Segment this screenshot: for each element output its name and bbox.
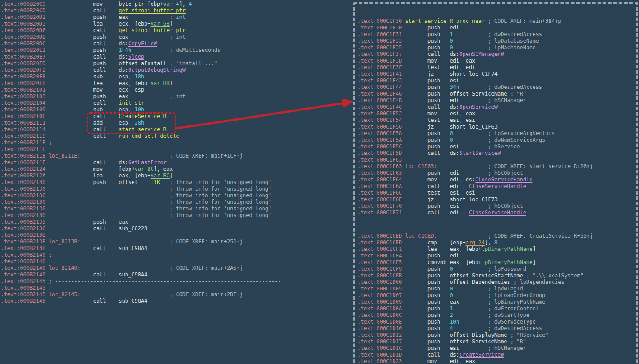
function-name[interactable]: init_str (119, 100, 144, 106)
import-name[interactable]: CloseServiceHandle (469, 183, 526, 189)
asm-line[interactable]: .text:000C1D09 push eax ; lpBinaryPathNa… (357, 299, 635, 305)
address[interactable]: .text:000B20E7 (1, 54, 45, 60)
code-text[interactable]: push offset ServiceStartName (402, 272, 526, 279)
address[interactable]: .text:000B20DC (1, 40, 45, 47)
comment[interactable]: ; ".\\LocalSystem" (526, 272, 583, 279)
code-text[interactable]: call (45, 27, 119, 33)
comment[interactable]: ; lpPassword (488, 266, 526, 272)
address[interactable]: .text:000C1F3F (357, 64, 402, 70)
label[interactable]: loc_B2145: (48, 291, 80, 298)
comment[interactable]: ; lpDatabaseName (488, 38, 539, 44)
code-text[interactable]: push offset (45, 179, 141, 185)
asm-line[interactable]: .text:000B2145 ; -----------------------… (1, 278, 281, 285)
asm-line[interactable]: .text:000B20C9 mov byte ptr [ebp+var_4],… (1, 1, 281, 7)
asm-line[interactable]: .text:000B20F2 call ds:OutputDebugString… (1, 67, 281, 74)
address[interactable]: .text:000C1F63 (357, 157, 402, 163)
asm-line[interactable]: .text:000C1F5D call ds:StartServiceW (357, 150, 635, 157)
code-text[interactable] (453, 312, 488, 318)
function-name[interactable]: get_strobj_buffer_ptr (119, 7, 186, 14)
local-variable[interactable]: var_BC (134, 166, 153, 172)
asm-line[interactable]: .text:000B2145 call sub_C98A4 (1, 298, 281, 305)
code-text[interactable]: call sub_C98A4 (45, 298, 147, 304)
code-text[interactable]: call (45, 7, 119, 14)
asm-line[interactable]: .text:000B20ED push offset aInstall ; "i… (1, 60, 281, 67)
asm-line[interactable]: .text:000C1F5A push 0 ; dwNumServiceArgs (357, 137, 635, 143)
number-literal[interactable]: 4 (189, 1, 192, 7)
code-text[interactable]: push (402, 266, 450, 272)
code-text[interactable] (459, 84, 488, 90)
asm-line[interactable]: .text:000C1D1D call ds:CreateServiceW (357, 352, 635, 358)
address[interactable]: .text:000B213B (1, 232, 45, 238)
code-text[interactable]: push (402, 137, 450, 143)
address[interactable]: .text:000B2130 (1, 212, 45, 218)
asm-line[interactable]: .text:000C1D1C push esi ; hSCManager (357, 345, 635, 352)
asm-line[interactable]: .text:000C1F3D mov edi, eax (357, 58, 635, 64)
code-text[interactable]: push offset ServiceName (402, 338, 510, 345)
code-text[interactable] (453, 266, 488, 272)
code-text[interactable] (453, 305, 488, 312)
asm-line[interactable]: .text:000C1F63 loc_C1F63: ; CODE XREF: s… (357, 163, 635, 170)
code-text[interactable]: push (402, 319, 450, 325)
asm-line[interactable]: .text:000B20E7 call ds:Sleep (1, 54, 281, 60)
comment[interactable]: ; lpBinaryPathName (488, 299, 545, 305)
asm-line[interactable]: .text:000C1F56 jz short loc_C1F63 (357, 124, 635, 130)
code-text[interactable]: jz short loc_C1F74 (402, 71, 498, 77)
code-text[interactable]: push eax (45, 14, 170, 20)
code-text[interactable]: sub esp, (45, 74, 134, 80)
comment[interactable]: ; throw info for 'unsigned long' (170, 192, 271, 199)
asm-line[interactable]: .text:000B2124 mov [ebp+var_BC], eax (1, 166, 281, 173)
code-text[interactable]: push (402, 292, 450, 298)
label[interactable]: loc_B2140: (48, 265, 80, 271)
code-text[interactable]: push (402, 312, 450, 318)
code-text[interactable]: jz short loc_C1F73 (402, 196, 498, 202)
number-literal[interactable]: 0 (450, 38, 453, 44)
comment[interactable]: ; CODE XREF: main+3B4↑p (488, 18, 561, 24)
code-text[interactable]: push offset ServiceName (402, 91, 510, 97)
asm-line[interactable]: .text:000C1F63 (357, 157, 635, 163)
address[interactable]: .text:000B20C9 (1, 1, 45, 7)
address[interactable]: .text:000C1F37 (357, 51, 402, 57)
asm-line[interactable]: .text:000B211E ; -----------------------… (1, 140, 281, 146)
number-literal[interactable]: 0 (450, 286, 453, 292)
asm-line[interactable]: .text:000B213B call sub_C98A4 (1, 245, 281, 252)
number-literal[interactable]: 10h (134, 107, 144, 113)
asm-line[interactable]: .text:000C1F33 push 0 ; lpDatabaseName (357, 38, 635, 44)
code-text[interactable]: push (402, 325, 450, 331)
import-name[interactable]: OpenServiceW (459, 104, 498, 110)
number-literal[interactable]: 1 (450, 31, 453, 37)
comment[interactable]: ; throw info for 'unsigned long' (170, 199, 271, 205)
code-text[interactable] (453, 137, 488, 143)
asm-line[interactable]: .text:000B2135 push eax (1, 219, 281, 225)
asm-line[interactable]: .text:000C1F37 call ds:OpenSCManagerW (357, 51, 635, 58)
local-variable[interactable]: var_4 (163, 1, 179, 7)
asm-line[interactable]: .text:000C1F64 mov edi, ds:CloseServiceH… (357, 176, 635, 183)
address[interactable]: .text:000B2101 (1, 87, 45, 93)
code-text[interactable]: test esi, esi (402, 190, 475, 196)
comment[interactable]: ; lpDependencies (513, 279, 565, 285)
comment[interactable]: ; CODE XREF: main+251↑j (170, 239, 243, 245)
address[interactable]: .text:000B2136 (1, 225, 45, 232)
address[interactable]: .text:000B2145 (1, 278, 45, 284)
code-text[interactable] (45, 206, 170, 212)
address[interactable]: .text:000B2140 (1, 258, 45, 265)
code-text[interactable] (453, 44, 488, 51)
address[interactable]: .text:000C1F71 (357, 210, 402, 216)
address[interactable]: .text:000C1F4B (357, 97, 402, 103)
code-text[interactable] (453, 286, 488, 292)
asm-line[interactable]: .text:000B211E call ds:GetLastError (1, 159, 281, 166)
function-name[interactable]: get_strobj_buffer_ptr (119, 27, 186, 33)
code-text[interactable]: ] (170, 173, 173, 179)
address[interactable]: .text:000C1CF4 (357, 253, 402, 259)
code-text[interactable]: push esi (402, 77, 459, 84)
address[interactable]: .text:000B2111 (1, 120, 45, 126)
address[interactable]: .text:000B212A (1, 173, 45, 179)
address[interactable]: .text:000C1F30 (357, 25, 402, 31)
code-text[interactable]: push (402, 38, 450, 44)
import-name[interactable]: CloseServiceHandle (469, 210, 526, 216)
address[interactable]: .text:000B20E2 (1, 47, 45, 53)
comment[interactable]: ; throw info for 'unsigned long' (170, 186, 271, 192)
comment[interactable]: ; dwDesiredAccess (488, 84, 542, 90)
code-text[interactable]: call ds: (402, 51, 459, 57)
asm-line[interactable]: .text:000B211E loc_B211E: ; CODE XREF: m… (1, 153, 281, 159)
asm-line[interactable]: .text:000C1D12 push offset DisplayName ;… (357, 332, 635, 338)
